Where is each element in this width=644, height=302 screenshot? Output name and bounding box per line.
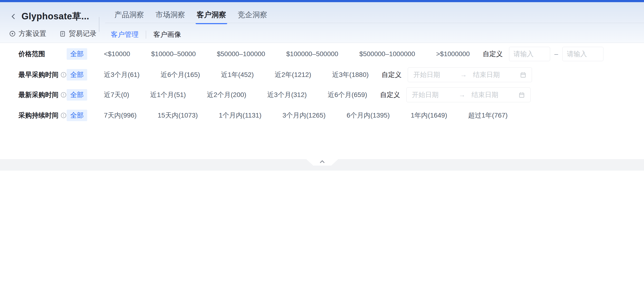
earliest-option[interactable]: 近3年(1880) xyxy=(332,70,369,79)
range-separator: – xyxy=(554,50,558,58)
tab-competitor-insight[interactable]: 竞企洞察 xyxy=(237,10,268,20)
info-icon xyxy=(60,92,67,98)
duration-option[interactable]: 6个月内(1395) xyxy=(346,111,390,120)
earliest-option[interactable]: 近1年(452) xyxy=(221,70,254,79)
duration-option[interactable]: 1个月内(1131) xyxy=(219,111,261,120)
latest-option[interactable]: 近7天(0) xyxy=(104,90,129,100)
page-title: Glyphosate草... xyxy=(22,10,89,22)
trade-records-button[interactable]: 贸易记录 xyxy=(59,29,96,38)
price-option[interactable]: <$10000 xyxy=(104,50,130,58)
filter-label: 最新采购时间 xyxy=(18,90,58,100)
chevron-left-icon xyxy=(10,13,17,20)
tab-customer-management[interactable]: 客户管理 xyxy=(111,30,138,40)
latest-date-range-picker[interactable]: 开始日期 → 结束日期 xyxy=(406,88,530,102)
date-end-placeholder: 结束日期 xyxy=(472,90,516,100)
price-option[interactable]: $50000–100000 xyxy=(217,50,265,58)
info-icon xyxy=(60,112,67,118)
calendar-icon xyxy=(518,92,525,98)
filter-row-latest-purchase: 最新采购时间 全部 近7天(0) 近1个月(51) 近2个月(200) 近3个月… xyxy=(18,87,637,102)
date-arrow: → xyxy=(459,91,465,99)
title-row: Glyphosate草... xyxy=(10,10,89,22)
latest-option[interactable]: 近2个月(200) xyxy=(207,90,246,100)
earliest-option[interactable]: 近3个月(61) xyxy=(104,70,140,79)
secondary-tabs: 客户管理 客户画像 xyxy=(111,30,181,40)
earliest-option[interactable]: 近2年(1212) xyxy=(275,70,311,79)
header-actions: 方案设置 贸易记录 xyxy=(9,29,96,38)
duration-option[interactable]: 3个月内(1265) xyxy=(282,111,326,120)
duration-all-chip[interactable]: 全部 xyxy=(67,110,87,121)
table-panel: 客户总数 (2416) 批量删除 自定义列 客户名称 客户来源 客户分层 xyxy=(0,170,644,302)
filter-row-earliest-purchase: 最早采购时间 全部 近3个月(61) 近6个月(165) 近1年(452) 近2… xyxy=(18,67,637,82)
page: Glyphosate草... 方案设置 贸易记录 产品洞察 市场洞察 客户洞察 … xyxy=(0,0,644,302)
duration-option[interactable]: 超过1年(767) xyxy=(468,111,508,120)
app-header: Glyphosate草... 方案设置 贸易记录 产品洞察 市场洞察 客户洞察 … xyxy=(0,2,644,43)
latest-option[interactable]: 近6个月(659) xyxy=(328,90,367,100)
tab-customer-profile[interactable]: 客户画像 xyxy=(153,30,181,40)
price-option[interactable]: >$1000000 xyxy=(436,50,470,58)
tab-product-insight[interactable]: 产品洞察 xyxy=(114,10,145,20)
info-icon xyxy=(60,72,67,78)
collapse-filters-button[interactable] xyxy=(306,159,338,166)
price-option[interactable]: $500000–1000000 xyxy=(359,50,415,58)
calendar-icon xyxy=(520,72,526,78)
earliest-option[interactable]: 近6个月(165) xyxy=(160,70,200,79)
price-custom-label[interactable]: 自定义 xyxy=(483,50,503,58)
filter-label: 价格范围 xyxy=(18,50,45,58)
plan-settings-button[interactable]: 方案设置 xyxy=(9,29,46,38)
duration-option[interactable]: 15天内(1073) xyxy=(158,111,198,120)
date-start-placeholder: 开始日期 xyxy=(413,70,458,79)
secondary-tab-divider xyxy=(146,30,146,39)
tab-market-insight[interactable]: 市场洞察 xyxy=(154,10,186,20)
earliest-all-chip[interactable]: 全部 xyxy=(67,69,87,80)
latest-all-chip[interactable]: 全部 xyxy=(67,89,87,100)
duration-option[interactable]: 7天内(996) xyxy=(104,111,137,120)
latest-option[interactable]: 近3个月(312) xyxy=(267,90,307,100)
price-min-input[interactable] xyxy=(509,47,550,61)
earliest-custom-label[interactable]: 自定义 xyxy=(382,70,402,79)
filter-label: 最早采购时间 xyxy=(18,70,58,79)
chevron-up-icon xyxy=(319,159,325,164)
price-all-chip[interactable]: 全部 xyxy=(67,48,87,60)
filter-row-price: 价格范围 全部 <$10000 $10000–50000 $50000–1000… xyxy=(18,46,637,62)
price-option[interactable]: $100000–500000 xyxy=(286,50,338,58)
filter-panel: 价格范围 全部 <$10000 $10000–50000 $50000–1000… xyxy=(0,43,644,159)
date-start-placeholder: 开始日期 xyxy=(412,90,457,100)
tabs-underline-track xyxy=(105,23,644,23)
header-divider xyxy=(99,17,99,32)
latest-option[interactable]: 近1个月(51) xyxy=(150,90,186,100)
target-settings-icon xyxy=(9,30,16,37)
date-arrow: → xyxy=(460,71,467,78)
latest-custom-label[interactable]: 自定义 xyxy=(380,90,400,100)
primary-tabs: 产品洞察 市场洞察 客户洞察 竞企洞察 xyxy=(114,10,268,20)
price-max-input[interactable] xyxy=(562,47,604,61)
clipboard-icon xyxy=(59,30,66,37)
top-accent-bar xyxy=(0,0,644,2)
tab-customer-insight[interactable]: 客户洞察 xyxy=(196,10,227,20)
filter-row-purchase-duration: 采购持续时间 全部 7天内(996) 15天内(1073) 1个月内(1131)… xyxy=(18,108,637,123)
duration-option[interactable]: 1年内(1649) xyxy=(411,111,448,120)
back-button[interactable] xyxy=(10,12,18,20)
price-custom-range: – xyxy=(509,47,604,61)
earliest-date-range-picker[interactable]: 开始日期 → 结束日期 xyxy=(408,68,532,82)
price-option[interactable]: $10000–50000 xyxy=(151,50,196,58)
date-end-placeholder: 结束日期 xyxy=(473,70,518,79)
filter-label: 采购持续时间 xyxy=(18,111,58,120)
